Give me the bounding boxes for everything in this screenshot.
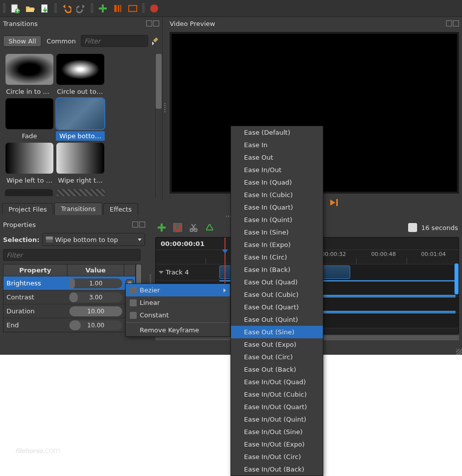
easing-option[interactable]: Ease Out — [231, 151, 323, 164]
svg-rect-7 — [118, 5, 119, 12]
tab-effects[interactable]: Effects — [103, 203, 138, 215]
zoom-slider-handle[interactable] — [408, 223, 417, 232]
selection-label: Selection: — [3, 236, 39, 243]
keyframe-context-menu: BezierLinearConstantRemove Keyframe — [125, 283, 231, 337]
v-splitter-1[interactable] — [163, 17, 167, 200]
easing-option[interactable]: Ease Out (Expo) — [231, 338, 323, 351]
easing-option[interactable]: Ease In (Quart) — [231, 201, 323, 214]
easing-option[interactable]: Ease In (Quint) — [231, 214, 323, 226]
svg-rect-10 — [130, 7, 135, 10]
add-marker-button[interactable] — [97, 3, 108, 14]
easing-option[interactable]: Ease Out (Quad) — [231, 276, 323, 288]
menu-item-remove-keyframe[interactable]: Remove Keyframe — [126, 324, 230, 336]
add-track-button[interactable] — [156, 222, 167, 233]
easing-option[interactable]: Ease In (Cubic) — [231, 189, 323, 201]
marker-add-button[interactable] — [204, 222, 215, 233]
jump-end-button[interactable] — [330, 199, 340, 207]
razor-button[interactable] — [188, 222, 199, 233]
property-name: Brightness — [3, 279, 67, 287]
property-row[interactable]: Brightness 1.00 — [3, 276, 135, 290]
property-row[interactable]: End 10.00 — [3, 318, 135, 332]
easing-option[interactable]: Ease Out (Cubic) — [231, 288, 323, 301]
snap-button[interactable] — [172, 222, 183, 233]
menu-item-constant[interactable]: Constant — [126, 309, 230, 321]
easing-option[interactable]: Ease In/Out (Cubic) — [231, 388, 323, 401]
toolbar-grip-3[interactable] — [91, 3, 93, 13]
easing-option[interactable]: Ease Out (Back) — [231, 363, 323, 376]
timeline-vscroll[interactable] — [455, 263, 459, 332]
resize-grip[interactable] — [456, 349, 462, 355]
easing-option[interactable]: Ease In/Out (Quint) — [231, 413, 323, 426]
undock-preview-icon[interactable] — [446, 20, 452, 26]
undo-button[interactable] — [61, 3, 72, 14]
track-label: Track 4 — [166, 268, 189, 276]
open-file-button[interactable] — [24, 3, 35, 14]
easing-option[interactable]: Ease In/Out (Expo) — [231, 438, 323, 451]
easing-option[interactable]: Ease In/Out (Quad) — [231, 376, 323, 388]
selection-dropdown[interactable]: Wipe bottom to top — [42, 233, 145, 246]
svg-rect-5 — [99, 7, 107, 9]
save-file-button[interactable] — [39, 3, 50, 14]
easing-option[interactable]: Ease In (Quad) — [231, 176, 323, 189]
easing-option[interactable]: Ease Out (Quint) — [231, 313, 323, 326]
preview-title: Video Preview — [170, 20, 215, 27]
transition-item[interactable]: Wipe right t… — [56, 143, 105, 185]
property-slider[interactable]: 1.00 — [69, 278, 122, 288]
easing-option[interactable]: Ease In (Back) — [231, 263, 323, 276]
easing-option[interactable]: Ease (Default) — [231, 126, 323, 139]
selection-value: Wipe bottom to top — [55, 236, 118, 243]
svg-rect-6 — [114, 5, 117, 12]
property-slider[interactable]: 3.00 — [69, 292, 122, 302]
toolbar-grip-4[interactable] — [142, 3, 145, 13]
easing-option[interactable]: Ease In (Circ) — [231, 251, 323, 263]
undock-props-icon[interactable] — [132, 222, 138, 228]
transitions-scrollbar[interactable] — [155, 54, 161, 198]
transition-item[interactable]: Fade — [5, 98, 54, 141]
clear-filter-icon[interactable] — [151, 36, 159, 45]
transitions-filter-input[interactable] — [81, 35, 148, 47]
easing-option[interactable]: Ease Out (Sine) — [231, 326, 323, 338]
easing-option[interactable]: Ease In — [231, 139, 323, 151]
fullscreen-button[interactable] — [127, 3, 138, 14]
chevron-down-icon — [138, 238, 142, 241]
show-all-button[interactable]: Show All — [3, 35, 41, 47]
transition-item[interactable]: Wipe left to … — [5, 143, 54, 185]
undock-icon[interactable] — [146, 20, 152, 26]
menu-item-bezier[interactable]: Bezier — [126, 284, 230, 296]
property-slider[interactable]: 10.00 — [69, 320, 122, 330]
easing-option[interactable]: Ease Out (Circ) — [231, 351, 323, 363]
toolbar-grip[interactable] — [3, 3, 5, 13]
easing-option[interactable]: Ease In/Out (Quart) — [231, 401, 323, 413]
col-property: Property — [3, 264, 67, 276]
menu-item-linear[interactable]: Linear — [126, 296, 230, 309]
transition-item[interactable]: Wipe botto… — [56, 98, 105, 141]
easing-option[interactable]: Ease In/Out (Sine) — [231, 426, 323, 438]
easing-option[interactable]: Ease In/Out (Circ) — [231, 451, 323, 463]
transition-item[interactable]: Circle in to out — [5, 54, 54, 96]
tab-project-files[interactable]: Project Files — [2, 203, 53, 215]
svg-rect-20 — [158, 227, 166, 229]
transition-icon — [46, 237, 53, 242]
easing-option[interactable]: Ease In/Out — [231, 164, 323, 176]
property-slider[interactable]: 10.00 — [69, 306, 122, 316]
common-button[interactable]: Common — [44, 36, 78, 46]
close-preview-icon[interactable] — [453, 20, 459, 26]
easing-option[interactable]: Ease In (Expo) — [231, 238, 323, 251]
property-row[interactable]: Duration 10.00 — [3, 304, 135, 318]
property-row[interactable]: Contrast 3.00 — [3, 290, 135, 304]
easing-option[interactable]: Ease In/Out (Back) — [231, 463, 323, 476]
redo-button[interactable] — [76, 3, 87, 14]
properties-filter-input[interactable] — [3, 249, 141, 261]
transition-item[interactable]: Circle out to in — [56, 54, 105, 96]
close-panel-icon[interactable] — [153, 20, 159, 26]
new-file-button[interactable]: + — [9, 3, 20, 14]
close-props-icon[interactable] — [139, 222, 145, 228]
easing-option[interactable]: Ease Out (Quart) — [231, 301, 323, 313]
export-button[interactable] — [149, 3, 160, 14]
profiles-button[interactable] — [112, 3, 123, 14]
easing-option[interactable]: Ease In (Sine) — [231, 226, 323, 238]
toolbar-grip-2[interactable] — [54, 3, 57, 13]
transitions-grid: Circle in to outCircle out to inFadeWipe… — [0, 52, 155, 200]
tab-transitions[interactable]: Transitions — [54, 203, 102, 215]
chevron-down-icon[interactable] — [159, 270, 164, 275]
